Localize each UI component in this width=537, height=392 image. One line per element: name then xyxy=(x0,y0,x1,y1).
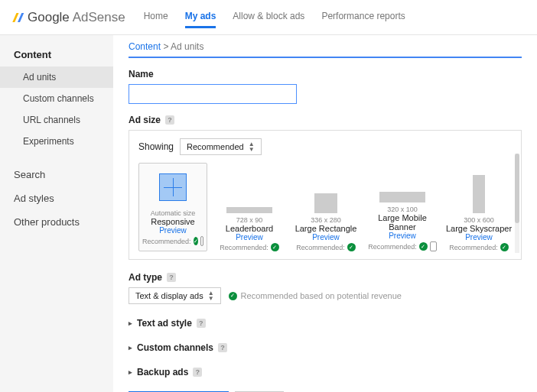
sidebar-item-search[interactable]: Search xyxy=(0,163,113,186)
help-icon[interactable]: ? xyxy=(167,273,176,282)
help-icon[interactable]: ? xyxy=(218,343,227,352)
preview-link[interactable]: Preview xyxy=(142,226,203,235)
size-large-mobile-banner[interactable]: 320 x 100 Large Mobile Banner Preview Re… xyxy=(368,164,437,251)
check-icon: ✓ xyxy=(419,242,428,251)
content-area: Content > Ad units Name Ad size? Showing… xyxy=(113,35,537,392)
size-large-rectangle[interactable]: 336 x 280 Large Rectangle Preview Recomm… xyxy=(291,175,360,251)
tab-performance[interactable]: Performance reports xyxy=(321,6,405,28)
check-icon: ✓ xyxy=(347,243,356,251)
tab-home[interactable]: Home xyxy=(144,6,168,28)
help-icon[interactable]: ? xyxy=(165,115,174,125)
breadcrumb-content-link[interactable]: Content xyxy=(129,41,161,52)
adtype-hint: ✓Recommended based on potential revenue xyxy=(229,291,402,300)
skyscraper-shape-icon xyxy=(473,175,485,213)
breadcrumb: Content > Ad units xyxy=(129,41,522,58)
section-custom-channels[interactable]: ▸Custom channels? xyxy=(129,342,522,353)
responsive-icon xyxy=(159,173,187,201)
device-icon xyxy=(430,241,437,251)
size-scrollbar[interactable] xyxy=(515,154,519,253)
logo-text: Google AdSense xyxy=(28,10,125,25)
showing-label: Showing xyxy=(138,141,174,152)
name-input[interactable] xyxy=(129,84,297,104)
updown-icon: ▲▼ xyxy=(208,290,214,301)
sidebar-item-experiments[interactable]: Experiments xyxy=(0,131,113,152)
help-icon[interactable]: ? xyxy=(197,319,206,328)
section-backup-ads[interactable]: ▸Backup ads? xyxy=(129,367,522,377)
preview-link[interactable]: Preview xyxy=(291,233,360,241)
size-leaderboard[interactable]: 728 x 90 Leaderboard Preview Recommended… xyxy=(215,175,284,251)
mobile-banner-shape-icon xyxy=(379,192,425,202)
sidebar: Content Ad units Custom channels URL cha… xyxy=(0,35,113,392)
sidebar-heading-content: Content xyxy=(0,44,113,66)
sidebar-item-ad-units[interactable]: Ad units xyxy=(0,66,113,88)
adsize-label: Ad size? xyxy=(129,115,522,125)
caret-right-icon: ▸ xyxy=(129,319,132,327)
sidebar-item-url-channels[interactable]: URL channels xyxy=(0,109,113,131)
check-icon: ✓ xyxy=(271,243,279,251)
section-text-ad-style[interactable]: ▸Text ad style? xyxy=(129,318,522,329)
preview-link[interactable]: Preview xyxy=(368,232,437,240)
preview-link[interactable]: Preview xyxy=(215,233,284,241)
adsize-panel: Showing Recommended ▲▼ Automatic size Re… xyxy=(129,130,522,260)
tab-allow-block[interactable]: Allow & block ads xyxy=(233,6,304,28)
check-icon: ✓ xyxy=(500,243,509,251)
breadcrumb-current: Ad units xyxy=(171,41,203,52)
rectangle-shape-icon xyxy=(314,193,337,213)
size-responsive[interactable]: Automatic size Responsive Preview Recomm… xyxy=(138,163,207,251)
check-icon: ✓ xyxy=(194,237,198,245)
adtype-dropdown[interactable]: Text & display ads ▲▼ xyxy=(129,287,221,304)
adtype-label: Ad type? xyxy=(129,272,522,283)
showing-dropdown[interactable]: Recommended ▲▼ xyxy=(180,138,262,155)
check-icon: ✓ xyxy=(229,292,237,300)
sidebar-item-ad-styles[interactable]: Ad styles xyxy=(0,186,113,210)
device-icon xyxy=(200,236,203,246)
preview-link[interactable]: Preview xyxy=(444,233,513,241)
nav-tabs: Home My ads Allow & block ads Performanc… xyxy=(144,6,405,28)
sidebar-item-other-products[interactable]: Other products xyxy=(0,210,113,234)
size-large-skyscraper[interactable]: 300 x 600 Large Skyscraper Preview Recom… xyxy=(444,175,513,251)
help-icon[interactable]: ? xyxy=(193,368,202,377)
caret-right-icon: ▸ xyxy=(129,344,132,352)
sidebar-item-custom-channels[interactable]: Custom channels xyxy=(0,88,113,109)
leaderboard-shape-icon xyxy=(226,207,272,213)
top-bar: Google AdSense Home My ads Allow & block… xyxy=(0,0,537,35)
updown-icon: ▲▼ xyxy=(249,141,255,152)
name-label: Name xyxy=(129,69,522,79)
adsense-logo-icon xyxy=(11,11,24,24)
caret-right-icon: ▸ xyxy=(129,368,132,376)
logo[interactable]: Google AdSense xyxy=(11,10,125,25)
tab-my-ads[interactable]: My ads xyxy=(185,6,216,28)
